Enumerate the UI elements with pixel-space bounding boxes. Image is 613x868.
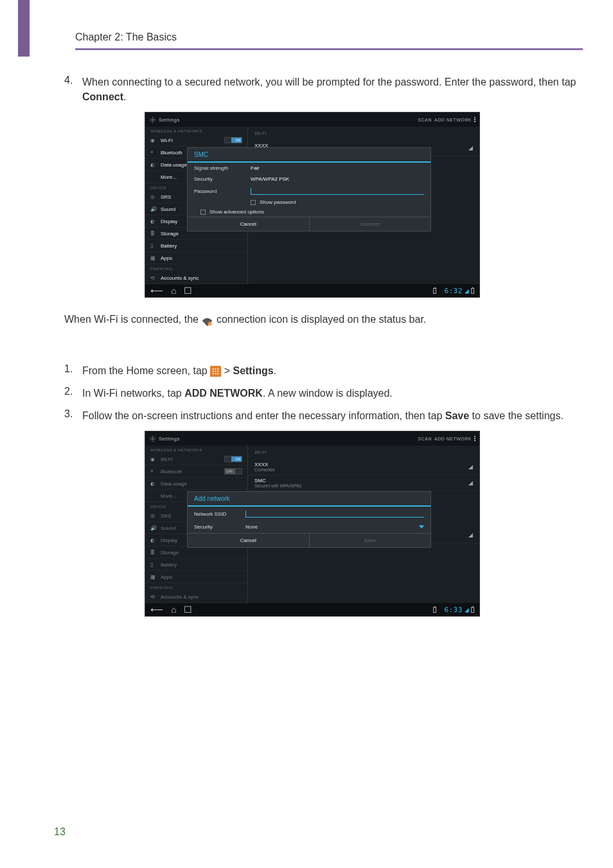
pane-header: Wi-Fi (248, 127, 479, 140)
step-number: 3. (64, 408, 82, 423)
action-bar: Settings SCAN ADD NETWORK (145, 113, 479, 127)
svg-point-0 (152, 119, 154, 121)
sync-icon: ⟲ (150, 275, 157, 281)
show-password-checkbox[interactable] (251, 200, 256, 205)
step-number: 1. (64, 363, 82, 378)
wifi-toggle[interactable]: ON (224, 137, 242, 143)
sidebar-item-battery[interactable]: ▯Battery (145, 240, 247, 252)
instruction-step-3: 3. Follow the on-screen instructions and… (64, 408, 583, 423)
title-underline (75, 48, 583, 50)
step-text: Follow the on-screen instructions and en… (82, 408, 564, 423)
actionbar-title: Settings (159, 436, 180, 442)
item-label: Apps (161, 574, 242, 580)
scan-button[interactable]: SCAN (418, 437, 432, 441)
text-run: . (123, 91, 126, 102)
bluetooth-toggle[interactable]: OFF (224, 468, 242, 475)
bluetooth-icon: ⌖ (150, 468, 157, 475)
checkbox-label: Show advanced options (209, 209, 264, 215)
battery-icon: ▯ (150, 562, 157, 568)
sidebar-item-storage[interactable]: ≣Storage (145, 547, 247, 559)
connect-button[interactable]: Connect (310, 217, 431, 231)
screenshot-add-network: Settings SCAN ADD NETWORK WIRELESS & NET… (145, 431, 480, 617)
battery-status-icon (471, 288, 474, 294)
item-label: Bluetooth (161, 469, 224, 475)
dialog-title: SMC (188, 148, 431, 163)
home-icon[interactable]: ⌂ (171, 285, 176, 296)
sound-icon: 🔊 (150, 206, 157, 212)
apps-icon: ▦ (150, 255, 157, 261)
sidebar-item-data[interactable]: ◐Data usage (145, 478, 247, 490)
gear-icon (149, 116, 156, 123)
instruction-step-1: 1. From the Home screen, tap > Settings. (64, 363, 583, 378)
battery-status-icon (471, 607, 474, 613)
wifi-toggle[interactable]: ON (224, 456, 242, 462)
sidebar-item-accounts[interactable]: ⟲Accounts & sync (145, 591, 247, 603)
home-icon[interactable]: ⌂ (171, 604, 176, 615)
network-row[interactable]: XXXXConnected◢ (248, 459, 479, 475)
bluetooth-icon: ⌖ (150, 149, 157, 156)
svg-point-2 (152, 438, 154, 440)
cancel-button[interactable]: Cancel (188, 534, 310, 547)
overflow-menu-icon[interactable] (474, 117, 475, 122)
sidebar-item-accounts[interactable]: ⟲Accounts & sync (145, 272, 247, 284)
field-label: Security (194, 176, 251, 182)
srs-icon: ◎ (150, 194, 157, 200)
network-name: XXXX (254, 462, 468, 467)
sidebar-item-wifi[interactable]: ◉Wi-FiON (145, 134, 247, 147)
field-value: Fair (251, 165, 424, 171)
item-label: Battery (161, 243, 242, 249)
text-run: In Wi-Fi networks, tap (82, 388, 182, 399)
checkbox-label: Show password (260, 199, 296, 205)
password-input[interactable] (251, 187, 424, 195)
section-header: PERSONAL (145, 583, 247, 591)
connect-dialog: SMC Signal strengthFair SecurityWPA/WPA2… (187, 147, 431, 231)
field-value: WPA/WPA2 PSK (251, 176, 424, 182)
section-header: WIRELESS & NETWORKS (145, 446, 247, 453)
battery-status-icon (433, 288, 436, 294)
text-run: . A new window is displayed. (263, 388, 393, 399)
field-label: Signal strength (194, 165, 251, 171)
add-network-button[interactable]: ADD NETWORK (434, 437, 472, 441)
display-icon: ◐ (150, 219, 157, 224)
system-navbar: ⟵ ⌂ ☐ 6:33◢ (145, 603, 479, 616)
clock-time: 6:32 (444, 287, 463, 295)
dropdown-value: None (245, 524, 258, 530)
text-run: to save the settings. (472, 410, 564, 421)
action-bar: Settings SCAN ADD NETWORK (145, 431, 479, 446)
network-status: Secured with WPA/WPA2 (254, 484, 468, 488)
save-button[interactable]: Save (310, 534, 431, 547)
advanced-options-checkbox[interactable] (200, 210, 206, 215)
scan-button[interactable]: SCAN (418, 118, 432, 122)
back-icon[interactable]: ⟵ (150, 604, 163, 615)
recent-icon[interactable]: ☐ (184, 604, 192, 615)
screenshot-wifi-connect: Settings SCAN ADD NETWORK WIRELESS & NET… (145, 112, 480, 298)
sidebar-item-battery[interactable]: ▯Battery (145, 559, 247, 571)
paragraph-connected: When Wi-Fi is connected, the connection … (64, 312, 572, 327)
ssid-input[interactable] (245, 510, 424, 518)
wifi-icon: ◉ (150, 457, 157, 462)
text-bold: ADD NETWORK (184, 388, 263, 399)
security-dropdown[interactable]: None (245, 524, 424, 530)
sync-icon: ⟲ (150, 594, 157, 600)
sidebar-item-apps[interactable]: ▦Apps (145, 571, 247, 583)
back-icon[interactable]: ⟵ (150, 285, 163, 296)
text-run: From the Home screen, tap (82, 365, 208, 376)
wifi-status-icon: ◢ (465, 606, 469, 614)
network-row[interactable]: SMCSecured with WPA/WPA2◢ (248, 475, 479, 491)
step-number: 4. (64, 75, 82, 104)
sidebar-item-apps[interactable]: ▦Apps (145, 252, 247, 264)
battery-status-icon (433, 607, 436, 613)
sidebar-item-wifi[interactable]: ◉Wi-FiON (145, 453, 247, 466)
gear-icon (149, 435, 156, 442)
battery-icon: ▯ (150, 243, 157, 249)
cancel-button[interactable]: Cancel (188, 217, 310, 231)
overflow-menu-icon[interactable] (474, 436, 475, 441)
recent-icon[interactable]: ☐ (184, 285, 192, 296)
network-status: Connected (254, 467, 468, 472)
sidebar-item-bluetooth[interactable]: ⌖BluetoothOFF (145, 466, 247, 478)
add-network-button[interactable]: ADD NETWORK (434, 118, 472, 122)
wifi-icon: ◉ (150, 138, 157, 143)
wifi-signal-icon: ◢ (468, 145, 473, 151)
sound-icon: 🔊 (150, 525, 157, 531)
text-run: connection icon is displayed on the stat… (217, 314, 426, 325)
